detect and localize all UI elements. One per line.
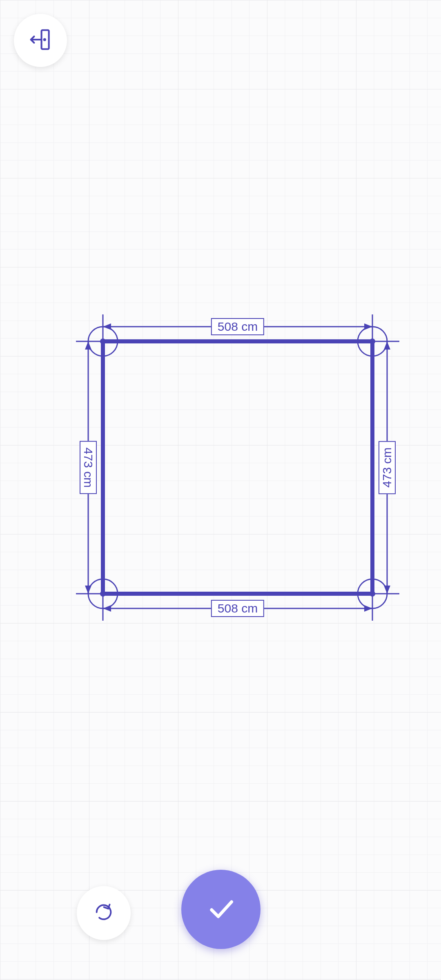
reset-button[interactable] bbox=[77, 886, 131, 940]
floorplan-drawing bbox=[0, 0, 441, 980]
confirm-button[interactable] bbox=[181, 870, 261, 949]
svg-marker-9 bbox=[364, 323, 372, 330]
refresh-icon bbox=[93, 902, 114, 924]
exit-door-icon bbox=[28, 27, 53, 54]
svg-point-18 bbox=[44, 39, 45, 40]
svg-marker-13 bbox=[85, 586, 91, 594]
svg-marker-12 bbox=[85, 341, 91, 350]
dimension-label-left[interactable]: 473 cm bbox=[80, 441, 97, 494]
dimension-label-top[interactable]: 508 cm bbox=[211, 318, 264, 335]
exit-button[interactable] bbox=[14, 14, 67, 67]
check-icon bbox=[205, 893, 237, 926]
dimension-label-right[interactable]: 473 cm bbox=[379, 441, 396, 494]
svg-marker-14 bbox=[384, 341, 390, 350]
svg-marker-11 bbox=[364, 605, 372, 612]
room-rectangle[interactable] bbox=[103, 341, 372, 594]
svg-marker-15 bbox=[384, 586, 390, 594]
svg-marker-10 bbox=[103, 605, 111, 612]
dimension-label-bottom[interactable]: 508 cm bbox=[211, 600, 264, 617]
svg-marker-8 bbox=[103, 323, 111, 330]
